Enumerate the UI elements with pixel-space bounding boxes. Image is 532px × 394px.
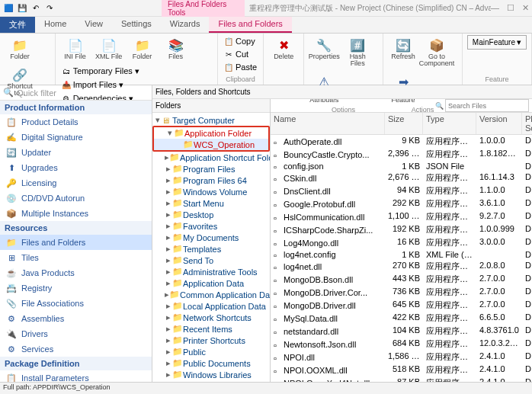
- tree-node-public-documents[interactable]: ▸📁Public Documents: [152, 357, 270, 369]
- temporary-files--button[interactable]: 🗂Temporary Files ▾: [60, 65, 141, 78]
- qat-save-icon[interactable]: 💾: [17, 3, 27, 14]
- nav-label: Updater: [21, 148, 51, 157]
- col-physical-sou[interactable]: Physical Sou: [522, 113, 532, 134]
- hash-files-button[interactable]: #️⃣Hash Files: [342, 35, 373, 69]
- nav-cd-dvd-autorun[interactable]: 💿CD/DVD Autorun: [0, 191, 152, 206]
- nav-services[interactable]: ⚙Services: [0, 341, 152, 357]
- nav-assemblies[interactable]: ⚙Assemblies: [0, 311, 152, 326]
- nav-updater[interactable]: 🔄Updater: [0, 145, 152, 160]
- tree-node-application-shortcut-folder[interactable]: ▸📁Application Shortcut Folder: [152, 152, 270, 163]
- nav-registry[interactable]: 📇Registry: [0, 280, 152, 296]
- nav-digital-signature[interactable]: ✍Digital Signature: [0, 130, 152, 145]
- refresh-button[interactable]: 🔄Refresh: [388, 35, 418, 62]
- files-button[interactable]: 📚Files: [161, 35, 191, 62]
- nav-drivers[interactable]: 🔌Drivers: [0, 326, 152, 341]
- tab-view[interactable]: View: [75, 17, 112, 33]
- tree-node-application-folder[interactable]: ▾📁Application Folder: [154, 127, 268, 139]
- main-feature-dropdown[interactable]: MainFeature ▾: [467, 35, 527, 50]
- file-row[interactable]: ▫MongoDB.Driver.Cor...736 KB应用程序扩展2.7.0.…: [271, 286, 532, 299]
- nav-upgrades[interactable]: ⬆Upgrades: [0, 160, 152, 175]
- col-version[interactable]: Version: [476, 113, 522, 134]
- file-row[interactable]: ▫log4net.config1 KBXML File (Wi...D:\Xin…: [271, 249, 532, 260]
- file-row[interactable]: ▫BouncyCastle.Crypto...2,396 KB应用程序扩展1.8…: [271, 148, 532, 161]
- tree-node-program-files[interactable]: ▸📁Program Files: [152, 163, 270, 175]
- nav-tiles[interactable]: ⊞Tiles: [0, 250, 152, 265]
- panel-header: Files, Folders and Shortcuts: [152, 85, 532, 99]
- nav-product-details[interactable]: 📋Product Details: [0, 114, 152, 130]
- file-row[interactable]: ▫MongoDB.Driver.dll645 KB应用程序扩展2.7.0.0D:…: [271, 299, 532, 312]
- delete-button[interactable]: ✖Delete: [268, 35, 299, 62]
- qat-redo-icon[interactable]: ↷: [44, 3, 55, 14]
- xml-file-button[interactable]: 📄XML File: [94, 35, 124, 62]
- tab-settings[interactable]: Settings: [112, 17, 161, 33]
- folder-tree[interactable]: ▾🖥Target Computer▾📁Application Folder📁WC…: [152, 113, 270, 382]
- tree-node-start-menu[interactable]: ▸📁Start Menu: [152, 197, 270, 209]
- tab-home[interactable]: Home: [35, 17, 75, 33]
- tree-node-wcs-operation[interactable]: 📁WCS_Operation: [154, 139, 268, 150]
- tree-root[interactable]: ▾🖥Target Computer: [152, 114, 270, 126]
- quick-filter[interactable]: 🔍 Quick filter: [0, 85, 152, 101]
- file-row[interactable]: ▫AuthOperate.dll9 KB应用程序扩展1.0.0.0D:\Xing…: [271, 135, 532, 148]
- file-row[interactable]: ▫CSkin.dll2,676 KB应用程序扩展16.1.14.3D:\Xing…: [271, 171, 532, 184]
- properties-button[interactable]: 🔧Properties: [309, 35, 339, 62]
- col-type[interactable]: Type: [423, 113, 476, 134]
- nav-file-associations[interactable]: 📎File Associations: [0, 296, 152, 311]
- close-button[interactable]: ✕: [522, 3, 529, 13]
- tree-node-printer-shortcuts[interactable]: ▸📁Printer Shortcuts: [152, 335, 270, 346]
- tree-node-application-data[interactable]: ▸📁Application Data: [152, 277, 270, 289]
- col-name[interactable]: Name: [271, 113, 385, 134]
- file-row[interactable]: ▫ICSharpCode.SharpZi...192 KB应用程序扩展1.0.0…: [271, 223, 532, 236]
- file-table[interactable]: NameSizeTypeVersionPhysical Sou▫AuthOper…: [271, 113, 532, 382]
- cut-button[interactable]: ✂Cut: [223, 48, 258, 60]
- tree-node-favorites[interactable]: ▸📁Favorites: [152, 220, 270, 232]
- file-row[interactable]: ▫HslCommunication.dll1,100 KB应用程序扩展9.2.7…: [271, 210, 532, 223]
- nav-licensing[interactable]: 🔑Licensing: [0, 175, 152, 191]
- maximize-button[interactable]: ☐: [507, 3, 514, 13]
- file-row[interactable]: ▫log4net.dll270 KB应用程序扩展2.0.8.0D:\XingcO…: [271, 260, 532, 273]
- col-size[interactable]: Size: [385, 113, 423, 134]
- copy-button[interactable]: 📋Copy: [223, 35, 258, 47]
- tab-files-and-folders[interactable]: Files and Folders: [209, 17, 291, 33]
- file-icon: ▫: [274, 213, 281, 221]
- go-to-component-button[interactable]: 📦Go to Component: [421, 35, 452, 69]
- file-row[interactable]: ▫NPOI.dll1,586 KB应用程序扩展2.4.1.0D:\XingcOp…: [271, 351, 532, 364]
- tree-node-windows-libraries[interactable]: ▸📁Windows Libraries: [152, 369, 270, 380]
- tree-node-templates[interactable]: ▸📁Templates: [152, 243, 270, 255]
- tree-node-administrative-tools[interactable]: ▸📁Administrative Tools: [152, 266, 270, 277]
- nav-multiple-instances[interactable]: 📦Multiple Instances: [0, 206, 152, 221]
- tree-node-my-documents[interactable]: ▸📁My Documents: [152, 232, 270, 243]
- file-row[interactable]: ▫MongoDB.Bson.dll443 KB应用程序扩展2.7.0.0D:\X…: [271, 273, 532, 286]
- file-row[interactable]: ▫NPOI.OOXML.dll518 KB应用程序扩展2.4.1.0D:\Xin…: [271, 364, 532, 376]
- file-row[interactable]: ▫MySql.Data.dll422 KB应用程序扩展6.6.5.0D:\Xin…: [271, 312, 532, 325]
- search-files-input[interactable]: [445, 99, 529, 112]
- folder-button[interactable]: 📁Folder: [5, 35, 35, 62]
- nav-install-parameters[interactable]: 📋Install Parameters: [0, 370, 152, 382]
- tree-node-windows-volume[interactable]: ▸📁Windows Volume: [152, 186, 270, 197]
- nav-java-products[interactable]: ☕Java Products: [0, 265, 152, 280]
- file-row[interactable]: ▫Google.Protobuf.dll292 KB应用程序扩展3.6.1.0D…: [271, 197, 532, 210]
- file-row[interactable]: ▫Newtonsoft.Json.dll684 KB应用程序扩展12.0.3.2…: [271, 338, 532, 351]
- tree-node-common-application-data[interactable]: ▸📁Common Application Data: [152, 289, 270, 300]
- tree-node-send-to[interactable]: ▸📁Send To: [152, 255, 270, 266]
- paste-button[interactable]: 📋Paste: [223, 61, 258, 73]
- qat-undo-icon[interactable]: ↶: [30, 3, 41, 14]
- file-row[interactable]: ▫NPOI.OpenXml4Net.dll87 KB应用程序扩展2.4.1.0D…: [271, 376, 532, 382]
- tree-node-local-application-data[interactable]: ▸📁Local Application Data: [152, 300, 270, 312]
- folder-button[interactable]: 📁Folder: [127, 35, 158, 62]
- file-icon: ▫: [274, 162, 281, 170]
- file-row[interactable]: ▫DnsClient.dll94 KB应用程序扩展1.1.0.0D:\Xingc…: [271, 184, 532, 197]
- tree-node-desktop[interactable]: ▸📁Desktop: [152, 209, 270, 220]
- properties-icon: 🔧: [316, 37, 332, 53]
- file-row[interactable]: ▫config.json1 KBJSON FileD:\XingcOpe: [271, 161, 532, 171]
- nav-files-and-folders[interactable]: 📁Files and Folders: [0, 235, 152, 250]
- tree-node-recent-items[interactable]: ▸📁Recent Items: [152, 323, 270, 335]
- ini-file-button[interactable]: 📄INI File: [60, 35, 91, 62]
- file-row[interactable]: ▫Log4Mongo.dll16 KB应用程序扩展3.0.0.0D:\Xingc…: [271, 236, 532, 249]
- tree-node-public[interactable]: ▸📁Public: [152, 346, 270, 357]
- minimize-button[interactable]: —: [491, 3, 499, 13]
- tab-文件[interactable]: 文件: [0, 17, 35, 33]
- tab-wizards[interactable]: Wizards: [161, 17, 210, 33]
- file-row[interactable]: ▫netstandard.dll104 KB应用程序扩展4.8.3761.0D:…: [271, 325, 532, 338]
- tree-node-network-shortcuts[interactable]: ▸📁Network Shortcuts: [152, 312, 270, 323]
- tree-node-program-files-[interactable]: ▸📁Program Files 64: [152, 175, 270, 186]
